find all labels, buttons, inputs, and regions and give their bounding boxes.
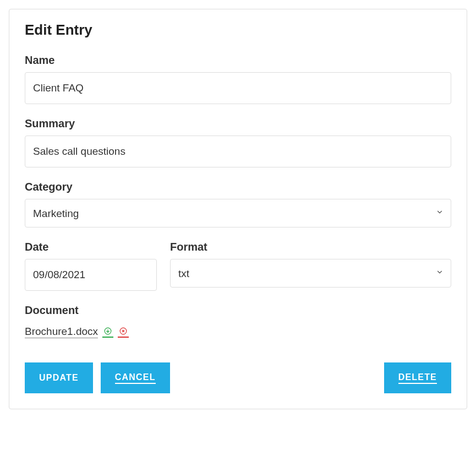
name-input[interactable] xyxy=(25,72,451,104)
name-field: Name xyxy=(25,54,451,104)
category-field: Category Marketing xyxy=(25,181,451,228)
document-link[interactable]: Brochure1.docx xyxy=(25,326,98,338)
actions-row: Update Cancel Delete xyxy=(25,362,451,393)
cancel-button[interactable]: Cancel xyxy=(101,362,170,393)
format-field: Format txt xyxy=(170,241,451,291)
edit-entry-card: Edit Entry Name Summary Category Marketi… xyxy=(9,9,467,409)
category-label: Category xyxy=(25,181,451,193)
download-icon[interactable] xyxy=(102,327,113,338)
format-label: Format xyxy=(170,241,451,253)
summary-label: Summary xyxy=(25,117,451,130)
update-button[interactable]: Update xyxy=(25,362,93,393)
category-select[interactable]: Marketing xyxy=(25,199,451,228)
summary-input[interactable] xyxy=(25,136,451,167)
summary-field: Summary xyxy=(25,117,451,167)
document-field: Document Brochure1.docx xyxy=(25,304,451,338)
date-label: Date xyxy=(25,241,157,253)
format-select[interactable]: txt xyxy=(170,259,451,288)
document-label: Document xyxy=(25,304,451,317)
name-label: Name xyxy=(25,54,451,67)
date-field: Date xyxy=(25,241,157,291)
date-input[interactable] xyxy=(25,259,157,291)
delete-button[interactable]: Delete xyxy=(384,362,451,393)
page-title: Edit Entry xyxy=(25,21,451,39)
remove-icon[interactable] xyxy=(118,327,129,338)
